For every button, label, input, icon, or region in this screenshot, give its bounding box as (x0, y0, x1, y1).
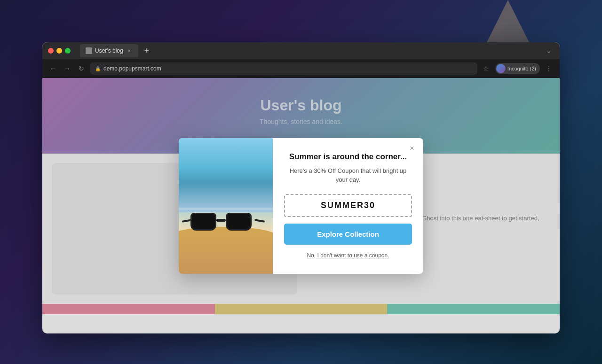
popup-image (179, 138, 273, 274)
sand-layer (179, 227, 273, 274)
forward-icon: → (64, 65, 71, 72)
bookmark-button[interactable]: ☆ (481, 63, 491, 74)
ocean-background (179, 138, 273, 213)
browser-chrome: User's blog × + ⌄ ← → ↻ 🔒 demo.popupsmar… (42, 42, 560, 78)
browser-menu-button[interactable]: ⋮ (544, 63, 554, 74)
address-bar[interactable]: 🔒 demo.popupsmart.com (90, 62, 477, 75)
profile-button[interactable]: Incognito (2) (495, 63, 540, 74)
modal-overlay: × Summer is around the corner... Here's … (42, 78, 560, 333)
window-expand-button[interactable]: ⌄ (544, 46, 554, 56)
glasses-temple-right (254, 219, 265, 223)
active-tab[interactable]: User's blog × (80, 44, 138, 57)
glasses-lens-right (226, 213, 252, 231)
tab-bar: User's blog × + (80, 44, 540, 57)
browser-window: User's blog × + ⌄ ← → ↻ 🔒 demo.popupsmar… (42, 42, 560, 333)
browser-toolbar: ← → ↻ 🔒 demo.popupsmart.com ☆ Incognito … (42, 59, 560, 78)
explore-collection-button[interactable]: Explore Collection (284, 224, 412, 245)
glasses-lens-left (190, 213, 216, 231)
popup-heading: Summer is around the corner... (289, 152, 407, 162)
traffic-lights (48, 48, 71, 54)
forward-button[interactable]: → (62, 63, 72, 74)
glasses-bridge (216, 219, 226, 222)
popup-close-button[interactable]: × (406, 143, 418, 154)
tab-close-button[interactable]: × (126, 47, 133, 54)
horizon-line (179, 209, 273, 209)
lock-icon: 🔒 (95, 66, 101, 71)
browser-titlebar: User's blog × + ⌄ (42, 42, 560, 59)
avatar (496, 64, 506, 73)
popup-modal: × Summer is around the corner... Here's … (179, 138, 423, 274)
maximize-window-button[interactable] (65, 48, 71, 54)
close-window-button[interactable] (48, 48, 54, 54)
back-icon: ← (50, 65, 56, 72)
popup-content: × Summer is around the corner... Here's … (273, 138, 423, 274)
toolbar-actions: ☆ Incognito (2) ⋮ (481, 63, 554, 74)
tab-favicon (86, 47, 92, 54)
minimize-window-button[interactable] (56, 48, 62, 54)
decline-link[interactable]: No, I don't want to use a coupon. (307, 251, 389, 260)
back-button[interactable]: ← (48, 63, 58, 74)
reload-icon: ↻ (79, 65, 84, 72)
popup-description: Here's a 30% Off Coupon that will bright… (284, 166, 412, 185)
profile-label: Incognito (2) (507, 66, 536, 71)
reload-button[interactable]: ↻ (76, 63, 87, 74)
url-display: demo.popupsmart.com (103, 65, 161, 72)
coupon-code-box[interactable]: SUMMER30 (284, 194, 412, 217)
website-content: User's blog Thoughts, stories and ideas.… (42, 78, 560, 333)
glasses-frame (190, 210, 256, 234)
new-tab-button[interactable]: + (141, 45, 152, 56)
sunglasses (190, 210, 266, 234)
tab-title: User's blog (95, 47, 123, 54)
